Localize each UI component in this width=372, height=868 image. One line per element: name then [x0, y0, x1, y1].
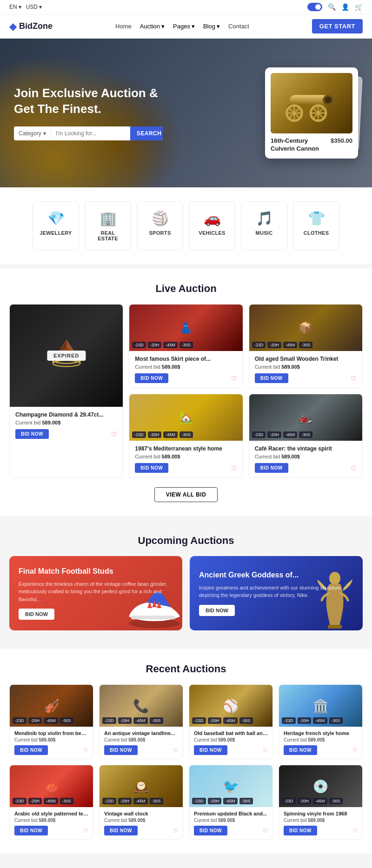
bid-now-button[interactable]: BID NOW	[15, 429, 49, 439]
favorite-button[interactable]: ♡	[173, 747, 178, 754]
category-real-estate[interactable]: 🏢 REAL ESTATE	[85, 201, 131, 250]
category-grid: 💎 JEWELLERY 🏢 REAL ESTATE 🏐 SPORTS 🚗 VEH…	[9, 201, 363, 250]
upcoming-bid-button[interactable]: BID NOW	[199, 605, 235, 616]
bottom-space	[0, 854, 372, 863]
favorite-button[interactable]: ♡	[231, 375, 237, 382]
navbar: ◆ BidZone Home Auction ▾ Pages ▾ Blog ▾ …	[0, 14, 372, 39]
dark-mode-toggle[interactable]	[307, 3, 322, 11]
category-label: SPORTS	[149, 230, 171, 236]
auction-timer: -23D -20H -45M -30S	[252, 431, 313, 438]
bid-now-button[interactable]: BID NOW	[284, 826, 317, 835]
recent-card-black: -23D -20H -45M -30S 🐦 Premium updated Bl…	[189, 765, 273, 840]
recent-antique-image: -23D -20H -45M -30S 📞	[100, 685, 183, 727]
favorite-button[interactable]: ♡	[111, 431, 117, 438]
bid-now-button[interactable]: BID NOW	[194, 745, 227, 755]
nav-contact[interactable]: Contact	[228, 23, 249, 30]
favorite-button[interactable]: ♡	[263, 747, 268, 754]
heart-icon[interactable]: 🛒	[355, 3, 363, 11]
favorite-button[interactable]: ♡	[263, 828, 268, 834]
top-bar-right: 🔍 👤 🛒	[307, 3, 363, 11]
upcoming-bid-button[interactable]: BID NOW	[19, 609, 54, 620]
hero-featured-card: 16th-Century Culverin Cannon $350.00	[265, 67, 358, 159]
auction-card-skirt: 👗 -23D -20H -45M -30S Most famous Skirt …	[129, 304, 243, 388]
live-auction-section: Live Auction EXPIRED	[0, 269, 372, 516]
auction-timer: -23D -20H -45M -30S	[282, 798, 343, 804]
hero-card-image	[271, 73, 352, 133]
auction-skirt-image: 👗 -23D -20H -45M -30S	[129, 305, 242, 351]
currency-selector[interactable]: USD ▾	[26, 4, 42, 10]
sports-icon: 🏐	[152, 210, 169, 226]
category-vehicles[interactable]: 🚗 VEHICLES	[189, 201, 235, 250]
upcoming-card-desc: Inspire greatness and achievement with o…	[199, 584, 353, 599]
real-estate-icon: 🏢	[100, 210, 117, 226]
auction-card-house: 🏡 -23D -20H -45M -30S 1987's Mediterrane…	[129, 394, 243, 478]
recent-section: Recent Auctions -23D -20H -45M -30S 🎻 Me…	[0, 649, 372, 854]
recent-card-bat: -23D -20H -45M -30S ⚾ Old baseball bat w…	[189, 684, 273, 759]
favorite-button[interactable]: ♡	[173, 828, 178, 834]
recent-card-teapot: -23D -20H -45M -30S 🫖 Arabic old style p…	[9, 765, 93, 840]
search-icon[interactable]: 🔍	[328, 3, 336, 11]
bid-now-button[interactable]: BID NOW	[14, 745, 48, 755]
bid-now-button[interactable]: BID NOW	[255, 463, 288, 473]
category-label: MUSIC	[256, 230, 273, 236]
svg-rect-27	[328, 625, 342, 629]
category-jewellery[interactable]: 💎 JEWELLERY	[33, 201, 79, 250]
favorite-button[interactable]: ♡	[231, 464, 237, 472]
bid-now-button[interactable]: BID NOW	[14, 826, 48, 835]
clothes-icon: 👕	[308, 210, 325, 226]
chevron-down-icon: ▾	[192, 23, 195, 30]
search-input[interactable]	[51, 126, 130, 140]
search-button[interactable]: SEARCH	[130, 126, 163, 140]
auction-card-bike: 🏍️ -23D -20H -45M -30S Café Racer: the v…	[249, 394, 363, 478]
upcoming-card-football: Final Match Football Studs Experience th…	[9, 556, 182, 630]
recent-title: Recent Auctions	[9, 663, 363, 675]
recent-card-violin: -23D -20H -45M -30S 🎻 Mendinib top violi…	[9, 684, 93, 759]
recent-card-vinyl: -23D -20H -45M -30S 💿 Spinning vinyle fr…	[279, 765, 363, 840]
category-sports[interactable]: 🏐 SPORTS	[137, 201, 183, 250]
language-selector[interactable]: EN ▾	[9, 4, 21, 10]
view-all-bid-button[interactable]: VIEW ALL BID	[154, 487, 218, 502]
chevron-down-icon: ▾	[217, 23, 220, 30]
jewellery-icon: 💎	[47, 210, 65, 226]
bid-now-button[interactable]: BID NOW	[135, 463, 168, 473]
favorite-button[interactable]: ♡	[83, 747, 88, 754]
bid-now-button[interactable]: BID NOW	[104, 745, 138, 755]
hero-content: Join Exclusive Auction & Get The Finest.…	[0, 86, 177, 140]
upcoming-card-goddess: Ancient Greek Goddess of... Inspire grea…	[190, 556, 363, 630]
auction-bike-image: 🏍️ -23D -20H -45M -30S	[249, 394, 362, 441]
favorite-button[interactable]: ♡	[352, 747, 358, 754]
category-label: CLOTHES	[304, 230, 329, 236]
user-icon[interactable]: 👤	[341, 3, 349, 11]
bid-now-button[interactable]: BID NOW	[104, 826, 138, 835]
upcoming-grid: Final Match Football Studs Experience th…	[9, 556, 363, 630]
favorite-button[interactable]: ♡	[83, 828, 88, 834]
logo[interactable]: ◆ BidZone	[9, 21, 53, 32]
auction-main-bid: Current bid 589.00$	[15, 420, 117, 425]
category-dropdown[interactable]: Category ▾	[14, 126, 51, 140]
bid-now-button[interactable]: BID NOW	[255, 373, 288, 383]
auction-main-bid-row: BID NOW ♡	[15, 429, 117, 439]
chevron-down-icon: ▾	[161, 23, 165, 30]
categories-section: 💎 JEWELLERY 🏢 REAL ESTATE 🏐 SPORTS 🚗 VEH…	[0, 187, 372, 264]
nav-blog[interactable]: Blog ▾	[203, 23, 220, 30]
favorite-button[interactable]: ♡	[352, 828, 358, 834]
bid-now-button[interactable]: BID NOW	[135, 373, 168, 383]
get-start-button[interactable]: GET START	[312, 19, 363, 33]
nav-auction[interactable]: Auction ▾	[140, 23, 165, 30]
expired-badge: EXPIRED	[47, 351, 86, 361]
nav-home[interactable]: Home	[115, 23, 132, 30]
category-clothes[interactable]: 👕 CLOTHES	[293, 201, 339, 250]
bid-now-button[interactable]: BID NOW	[194, 826, 227, 835]
live-auction-title: Live Auction	[9, 283, 363, 295]
category-label: JEWELLERY	[40, 230, 72, 236]
upcoming-card-title: Final Match Football Studs	[19, 567, 173, 576]
nav-pages[interactable]: Pages ▾	[173, 23, 195, 30]
bid-now-button[interactable]: BID NOW	[284, 745, 317, 755]
category-music[interactable]: 🎵 MUSIC	[241, 201, 287, 250]
favorite-button[interactable]: ♡	[351, 375, 357, 382]
recent-clock-image: -23D -20H -45M -30S 🕰️	[100, 765, 183, 807]
top-bar: EN ▾ USD ▾ 🔍 👤 🛒	[0, 0, 372, 14]
favorite-button[interactable]: ♡	[351, 464, 357, 472]
auction-grid: EXPIRED Champagne Diamond & 29.47ct... C…	[9, 304, 363, 478]
auction-timer: -23D -20H -45M -30S	[252, 342, 313, 348]
